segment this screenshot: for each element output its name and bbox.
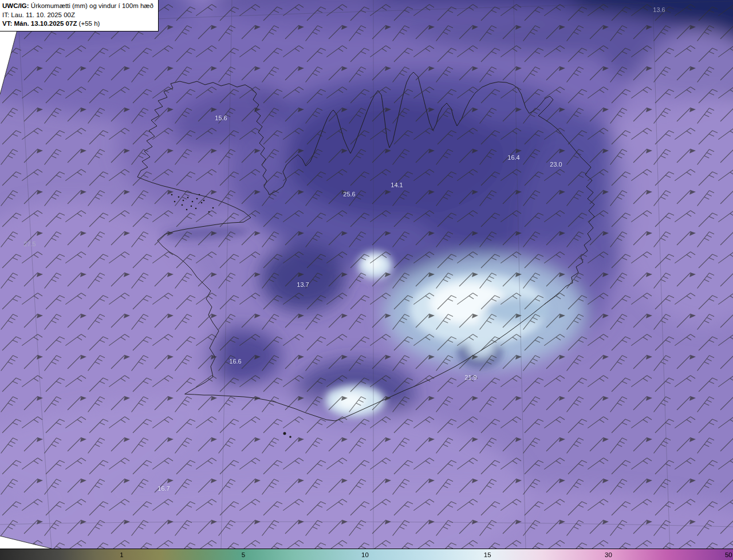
colorbar-tick-label: 5 [242,551,245,558]
wind-barbs-layer [0,0,733,549]
colorbar: 1510153050 [0,549,733,560]
colorbar-tick-label: 1 [120,551,123,558]
colorbar-tick-label: 30 [605,551,612,558]
map-title: Úrkomumætti (mm) og vindur í 100m hæð [31,2,153,9]
valid-time-line: VT: Mán. 13.10.2025 07Z (+55 h) [2,19,153,29]
precip-wind-map [0,0,733,549]
weather-map-screen: 15.625.614.116.423.013.716.621.916.727.5… [0,0,733,560]
model-label: UWC/IG: [2,2,29,9]
colorbar-ticks: 1510153050 [0,549,733,560]
colorbar-tick-label: 15 [484,551,491,558]
init-time: IT: Lau. 11. 10. 2025 00Z [2,11,153,20]
colorbar-tick-label: 50 [725,551,732,558]
colorbar-tick-label: 10 [361,551,369,558]
map-area: 15.625.614.116.423.013.716.621.916.727.5… [0,0,733,549]
map-title-box: UWC/IG: Úrkomumætti (mm) og vindur í 100… [0,0,159,31]
map-title-line: UWC/IG: Úrkomumætti (mm) og vindur í 100… [2,2,153,11]
valid-time: VT: Mán. 13.10.2025 07Z [2,20,77,27]
valid-offset: (+55 h) [79,20,100,27]
